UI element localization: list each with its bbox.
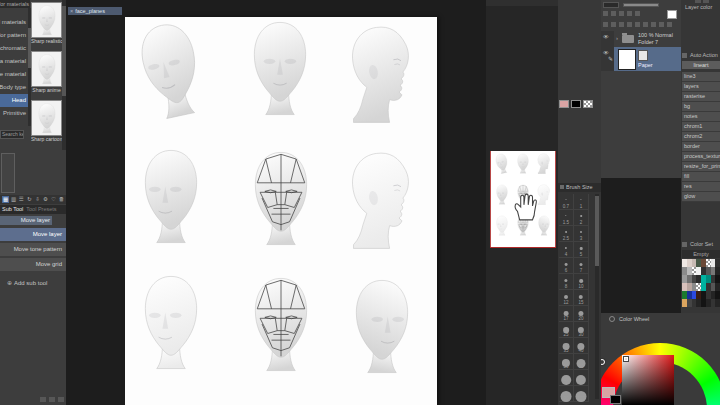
color-swatch[interactable] [715,283,720,291]
color-swatch[interactable] [715,299,720,307]
material-search-input[interactable]: Search for materials [0,0,30,8]
auto-action-item[interactable]: layers [682,82,720,92]
tree-item-head[interactable]: Head [0,94,28,107]
subtool-item[interactable]: Move layer [0,228,66,241]
new-vector-layer-icon[interactable] [611,22,616,27]
layer-row-paper[interactable]: 👁 ✎ Paper [601,47,681,71]
palette-option-icon[interactable] [58,397,64,402]
brush-size-100[interactable]: 100 [574,386,589,402]
tree-item-image-material[interactable]: Image material [0,68,28,81]
layer-color-chip[interactable] [667,10,677,19]
brush-size-4[interactable]: 4 [559,242,574,258]
palette-option-icon[interactable] [49,397,55,402]
expand-arrow-icon[interactable]: › [616,35,618,41]
new-folder-icon[interactable] [619,22,624,27]
brush-size-20[interactable]: 20 [574,306,589,322]
material-thumbnail[interactable]: Sharp anime [31,51,62,94]
subtool-item[interactable]: Move grid [0,258,66,271]
settings-icon[interactable]: ⚙ [42,196,49,203]
download-icon[interactable]: ⇩ [34,196,41,203]
brush-size-25[interactable]: 25 [559,322,574,338]
color-swatch[interactable] [715,275,720,283]
auto-action-item[interactable]: line3 [682,72,720,82]
brush-size-2.5[interactable]: 2.5 [559,226,574,242]
brush-size-scrollbar[interactable] [595,194,599,399]
add-sub-tool-button[interactable]: ⊕Add sub tool [0,278,73,289]
brush-size-5[interactable]: 5 [574,242,589,258]
brush-size-50[interactable]: 50 [559,354,574,370]
lock-transparent-icon[interactable] [619,11,624,16]
document-tab[interactable]: ×face_planes [68,7,122,15]
new-raster-layer-icon[interactable] [603,22,608,27]
delete-layer-icon[interactable] [667,22,672,27]
brush-size-1[interactable]: 1 [574,194,589,210]
material-thumbnail[interactable]: Sharp realistic [31,2,62,45]
auto-action-item[interactable]: glow [682,192,720,202]
opacity-slider[interactable] [623,3,659,7]
tree-item-manga-material[interactable]: Manga material [0,55,28,68]
brush-size-70[interactable]: 70 [559,370,574,386]
auto-action-item[interactable]: process_texture [682,152,720,162]
brush-size-2[interactable]: 2 [574,210,589,226]
brush-size-1.5[interactable]: 1.5 [559,210,574,226]
visibility-eye-icon[interactable]: 👁 [603,34,609,40]
brush-size-35[interactable]: 35 [559,338,574,354]
foreground-color-chip[interactable] [559,100,569,108]
set-ruler-icon[interactable] [635,11,640,16]
apply-mask-icon[interactable] [651,22,656,27]
auto-action-item[interactable]: chrom1 [682,122,720,132]
blend-mode-dropdown[interactable] [603,2,619,8]
color-set-selector[interactable]: Empty [682,250,720,258]
auto-action-item[interactable]: fill [682,172,720,182]
material-keyword-input[interactable]: Search keyword [0,130,24,139]
brush-size-15[interactable]: 15 [574,290,589,306]
brush-size-10[interactable]: 10 [574,274,589,290]
auto-action-item[interactable]: border [682,142,720,152]
close-tab-icon[interactable]: × [70,8,73,14]
subtool-item[interactable]: Move tone pattern [0,243,66,256]
trash-icon[interactable]: 🗑 [58,196,65,203]
tree-item-all-materials[interactable]: All materials [0,16,28,29]
view-list-icon[interactable]: ☰ [18,196,25,203]
brush-size-60[interactable]: 60 [574,354,589,370]
tab-tool-presets[interactable]: Tool Presets [26,205,56,214]
tree-item-monochromatic[interactable]: Monochromatic [0,42,28,55]
merge-with-lower-icon[interactable] [635,22,640,27]
brush-size-30[interactable]: 30 [574,322,589,338]
brush-size-90[interactable]: 90 [559,386,574,402]
brush-size-0.7[interactable]: 0.7 [559,194,574,210]
brush-size-3[interactable]: 3 [574,226,589,242]
material-thumbnail[interactable]: Sharp cartoon [31,100,62,143]
auto-action-item[interactable]: chrom2 [682,132,720,142]
palette-option-icon[interactable] [40,397,46,402]
view-medium-icon[interactable]: ▥ [10,196,17,203]
auto-action-set-selector[interactable]: lineart [682,61,720,69]
brush-size-17[interactable]: 17 [559,306,574,322]
tree-item-primitive[interactable]: Primitive [0,107,28,120]
sv-selector[interactable] [624,357,628,361]
heart-icon[interactable]: ♡ [50,196,57,203]
wheel-background-chip[interactable] [610,395,621,404]
auto-action-item[interactable]: resize_for_print [682,162,720,172]
transparent-color-chip[interactable] [583,100,593,108]
layer-row-folder[interactable]: 👁 › 100 % Normal Folder 7 [601,31,681,47]
view-grid-icon[interactable]: ▦ [2,196,9,203]
lock-layer-icon[interactable] [611,11,616,16]
auto-action-item[interactable]: bg [682,102,720,112]
color-swatch[interactable] [715,291,720,299]
brush-size-8[interactable]: 8 [559,274,574,290]
tree-item-body-type[interactable]: Body type [0,81,28,94]
transfer-to-lower-icon[interactable] [627,22,632,27]
hue-selector[interactable] [601,359,605,365]
brush-size-12[interactable]: 12 [559,290,574,306]
auto-action-item[interactable]: rasterise [682,92,720,102]
brush-size-80[interactable]: 80 [574,370,589,386]
color-swatch[interactable] [715,259,720,267]
layer-color-header[interactable]: Layer color [685,4,712,10]
canvas-area[interactable]: ×face_planes [66,0,486,405]
dock-icon[interactable] [695,0,701,3]
tab-sub-tool[interactable]: Sub Tool [2,205,23,214]
saturation-value-square[interactable] [622,355,674,405]
brush-size-7[interactable]: 7 [574,258,589,274]
brush-size-6[interactable]: 6 [559,258,574,274]
